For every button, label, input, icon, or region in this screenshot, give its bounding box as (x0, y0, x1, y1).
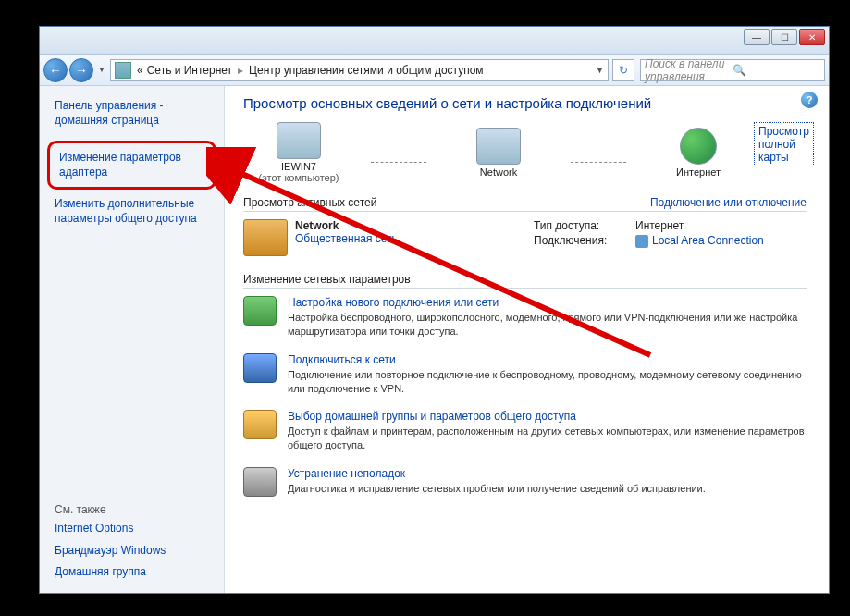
topology-internet: Интернет (643, 128, 754, 178)
connect-disconnect-link[interactable]: Подключение или отключение (650, 196, 807, 209)
back-button[interactable]: ← (43, 58, 68, 82)
sidebar-homegroup-link[interactable]: Домашняя группа (40, 561, 224, 584)
breadcrumb-separator: ▸ (234, 64, 247, 77)
refresh-button[interactable]: ↻ (612, 59, 634, 81)
sidebar-internet-options-link[interactable]: Internet Options (40, 518, 224, 540)
see-also-label: См. также (40, 499, 224, 518)
homegroup-icon (243, 410, 277, 439)
location-icon (115, 62, 131, 79)
titlebar: — ☐ ✕ (40, 27, 829, 55)
sidebar: Панель управления - домашняя страница Из… (40, 86, 225, 593)
network-name: Network (295, 219, 398, 232)
troubleshoot-item: Устранение неполадок Диагностика и испра… (243, 467, 807, 497)
setup-new-connection-item: Настройка нового подключения или сети На… (243, 296, 807, 339)
window-body: Панель управления - домашняя страница Из… (40, 86, 829, 593)
help-icon[interactable]: ? (801, 92, 818, 108)
control-panel-window: — ☐ ✕ ← → ▼ « Сеть и Интернет ▸ Центр уп… (39, 26, 830, 594)
forward-button[interactable]: → (69, 58, 93, 82)
sidebar-adapter-settings-link[interactable]: Изменение параметров адаптера (47, 141, 216, 190)
setting-description: Доступ к файлам и принтерам, расположенн… (288, 425, 807, 452)
section-title: Изменение сетевых параметров (243, 273, 411, 286)
globe-icon (680, 128, 717, 165)
access-type-label: Тип доступа: (534, 219, 635, 232)
network-settings-header: Изменение сетевых параметров (243, 273, 807, 289)
topology-network: Network (443, 128, 554, 178)
topology-connector (371, 162, 426, 163)
history-dropdown[interactable]: ▼ (95, 61, 108, 80)
section-title: Просмотр активных сетей (243, 196, 376, 209)
active-network-row: Network Общественная сеть Тип доступа: И… (243, 219, 807, 256)
setting-description: Настройка беспроводного, широкополосного… (288, 311, 807, 339)
computer-icon (277, 122, 321, 159)
search-input[interactable]: Поиск в панели управления 🔍 (640, 59, 825, 81)
connect-to-network-item: Подключиться к сети Подключение или повт… (243, 353, 807, 396)
homegroup-sharing-link[interactable]: Выбор домашней группы и параметров общег… (288, 410, 807, 423)
topology-connector (571, 162, 626, 163)
view-full-map-link[interactable]: Просмотр полной карты (754, 122, 814, 166)
navbar: ← → ▼ « Сеть и Интернет ▸ Центр управлен… (40, 55, 829, 86)
topology-node-sublabel: (этот компьютер) (243, 172, 354, 183)
connections-label: Подключения: (534, 234, 635, 248)
settings-list: Настройка нового подключения или сети На… (243, 296, 807, 497)
connection-link[interactable]: Local Area Connection (652, 234, 764, 247)
sidebar-advanced-sharing-link[interactable]: Изменить дополнительные параметры общего… (40, 193, 224, 229)
active-networks-header: Просмотр активных сетей Подключение или … (243, 196, 807, 212)
main-panel: ? Просмотр основных сведений о сети и на… (225, 86, 829, 593)
search-placeholder: Поиск в панели управления (645, 57, 733, 83)
setup-new-connection-link[interactable]: Настройка нового подключения или сети (288, 296, 807, 309)
search-icon[interactable]: 🔍 (733, 64, 820, 77)
access-type-value: Интернет (635, 219, 684, 232)
setting-description: Подключение или повторное подключение к … (288, 368, 807, 396)
public-network-icon (243, 219, 288, 256)
sidebar-home-link[interactable]: Панель управления - домашняя страница (40, 95, 224, 137)
network-topology: IEWIN7 (этот компьютер) Network Интернет… (243, 122, 807, 183)
close-button[interactable]: ✕ (799, 29, 825, 45)
topology-node-label: IEWIN7 (243, 161, 354, 172)
maximize-button[interactable]: ☐ (771, 29, 797, 45)
homegroup-sharing-item: Выбор домашней группы и параметров общег… (243, 410, 807, 452)
breadcrumb-prefix: « (135, 64, 145, 77)
topology-this-computer: IEWIN7 (этот компьютер) (243, 122, 354, 183)
connection-icon (635, 235, 648, 248)
sidebar-firewall-link[interactable]: Брандмауэр Windows (40, 540, 224, 562)
address-dropdown-icon[interactable]: ▼ (596, 66, 604, 75)
address-bar[interactable]: « Сеть и Интернет ▸ Центр управления сет… (110, 59, 609, 81)
topology-node-label: Интернет (643, 166, 754, 178)
network-icon (476, 128, 521, 165)
setting-description: Диагностика и исправление сетевых пробле… (288, 482, 706, 496)
connect-to-network-link[interactable]: Подключиться к сети (288, 353, 807, 366)
minimize-button[interactable]: — (744, 29, 770, 45)
setup-connection-icon (243, 296, 277, 326)
breadcrumb-parent[interactable]: Сеть и Интернет (145, 64, 234, 77)
troubleshoot-icon (243, 467, 277, 497)
topology-node-label: Network (443, 166, 554, 178)
troubleshoot-link[interactable]: Устранение неполадок (288, 467, 706, 480)
connect-network-icon (243, 353, 277, 383)
breadcrumb-current[interactable]: Центр управления сетями и общим доступом (247, 64, 486, 77)
page-title: Просмотр основных сведений о сети и наст… (243, 95, 807, 111)
network-type-link[interactable]: Общественная сеть (295, 232, 398, 245)
